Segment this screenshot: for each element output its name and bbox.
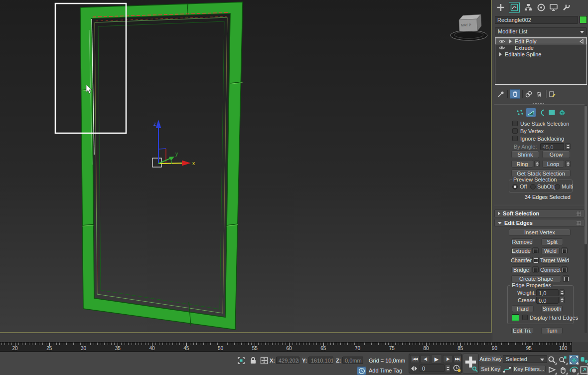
absolute-mode-button[interactable] [259,356,269,366]
hard-button[interactable]: Hard [512,305,534,312]
by-angle-spinner[interactable] [565,143,571,150]
use-stack-selection-checkbox[interactable] [512,121,518,126]
tab-hierarchy[interactable] [523,2,534,13]
object-name-field[interactable]: Rectangle002 [495,16,578,24]
panel-scrollbar-thumb[interactable] [585,106,587,244]
tab-utilities[interactable] [561,2,572,13]
weld-button[interactable]: Weld [541,247,560,254]
by-vertex-checkbox[interactable] [512,128,518,134]
z-coord-field[interactable]: 0,0mm [342,357,363,364]
rollout-edit-edges[interactable]: Edit Edges [494,219,585,227]
weight-spinner[interactable] [559,289,565,296]
zoom-extents-all-button[interactable] [579,355,588,365]
viewport[interactable]: z x y MAT P [0,0,492,333]
chamfer-button[interactable]: Chamfer [511,257,531,264]
subobject-border-button[interactable] [537,108,547,117]
make-unique-button[interactable] [524,90,533,99]
hard-edge-color-swatch[interactable] [512,314,519,321]
shrink-button[interactable]: Shrink [511,151,539,158]
weld-settings-button[interactable] [561,247,568,254]
modifier-list-dropdown[interactable]: Modifier List [495,27,587,35]
key-mode-toggle-button[interactable] [410,365,418,372]
display-hard-edges-checkbox[interactable] [522,315,528,320]
ring-spinner[interactable] [534,161,540,167]
add-time-tag-label[interactable]: Add Time Tag [369,368,402,374]
stack-item-extrude[interactable]: Extrude [495,44,587,51]
smooth-button[interactable]: Smooth [541,305,563,312]
pan-button[interactable] [558,365,568,375]
grow-button[interactable]: Grow [542,151,570,158]
weight-field[interactable]: 1,0 [536,289,559,296]
expand-arrow-icon[interactable] [499,52,502,56]
target-weld-button[interactable]: Target Weld [541,257,568,264]
create-shape-button[interactable]: Create Shape [511,275,561,282]
chamfer-settings-button[interactable] [532,257,539,263]
zoom-extents-selected-button[interactable] [569,355,579,365]
crease-field[interactable]: 0,0 [536,297,559,304]
tab-display[interactable] [548,2,559,13]
bridge-button[interactable]: Bridge [511,266,531,273]
ignore-backfacing-checkbox[interactable] [512,136,518,141]
loop-button[interactable]: Loop [542,160,564,168]
tab-motion[interactable] [536,2,547,13]
crease-spinner[interactable] [559,297,565,303]
by-angle-field[interactable]: 45,0 [540,143,564,150]
insert-vertex-button[interactable]: Insert Vertex [509,229,571,236]
expand-arrow-icon[interactable] [509,39,512,43]
show-end-result-button[interactable] [510,89,520,99]
previous-frame-button[interactable]: ◀|| [421,355,430,363]
rollout-drag-handle[interactable] [532,103,545,104]
maximize-viewport-toggle-button[interactable] [579,365,588,375]
time-configuration-button[interactable] [452,364,461,373]
field-of-view-button[interactable] [547,365,557,375]
subobject-edge-button[interactable] [526,108,536,117]
object-color-swatch[interactable] [580,16,587,23]
create-shape-settings-button[interactable] [563,275,569,282]
subobject-element-button[interactable] [557,108,567,117]
y-coord-field[interactable]: 1610,101m [308,357,333,364]
play-button[interactable]: ▶ [431,355,442,364]
rollout-soft-selection[interactable]: Soft Selection [494,209,585,217]
frame-spinner[interactable] [445,365,450,372]
isolate-selection-button[interactable] [236,356,246,366]
current-frame-field[interactable]: 0 [420,365,444,372]
stack-item-edit-poly[interactable]: Edit Poly [495,38,587,44]
viewport-canvas[interactable]: z x y MAT P [0,0,491,332]
modifier-stack[interactable]: Edit Poly Extrude Editable Spline [495,37,587,85]
extrude-button[interactable]: Extrude [511,247,531,254]
set-key-button[interactable]: Set Key [480,365,501,373]
tab-modify[interactable] [509,2,520,13]
connect-settings-button[interactable] [561,266,568,273]
pin-stack-button[interactable] [496,90,505,99]
time-tag-button[interactable] [357,367,366,375]
auto-key-button[interactable]: Auto Key [480,355,501,363]
subobject-vertex-button[interactable] [515,108,525,117]
x-coord-field[interactable]: 429,202mm [276,357,299,364]
orbit-button[interactable] [569,365,579,375]
panel-scrollbar[interactable] [585,105,587,333]
subobject-polygon-button[interactable] [547,108,557,117]
key-filters-button[interactable]: Key Filters... [512,365,546,373]
bridge-settings-button[interactable] [532,266,539,273]
trackbar-strip[interactable] [0,333,492,342]
next-frame-button[interactable]: ||▶ [443,355,452,363]
go-to-end-button[interactable]: ▶▶| [453,355,461,363]
extrude-settings-button[interactable] [532,247,539,254]
configure-modifier-sets-button[interactable] [548,90,557,99]
zoom-all-button[interactable] [558,355,568,365]
timeline-ruler[interactable]: 20253035404550556065707580859095100 [0,342,572,352]
default-in-out-tangents-button[interactable] [502,365,511,373]
go-to-start-button[interactable]: |◀◀ [410,355,420,363]
visibility-eye-icon[interactable] [498,45,505,50]
loop-spinner[interactable] [565,161,571,167]
preview-off-radio[interactable] [512,184,518,189]
ring-button[interactable]: Ring [511,160,533,168]
edit-tri-button[interactable]: Edit Tri. [511,327,533,334]
set-keys-button[interactable] [462,354,479,374]
tab-create[interactable] [495,2,506,13]
selection-lock-button[interactable] [248,356,258,366]
get-stack-selection-button[interactable]: Get Stack Selection [511,170,571,177]
preview-subobj-radio[interactable] [530,184,536,189]
stack-item-editable-spline[interactable]: Editable Spline [495,51,587,57]
visibility-eye-icon[interactable] [498,39,505,44]
